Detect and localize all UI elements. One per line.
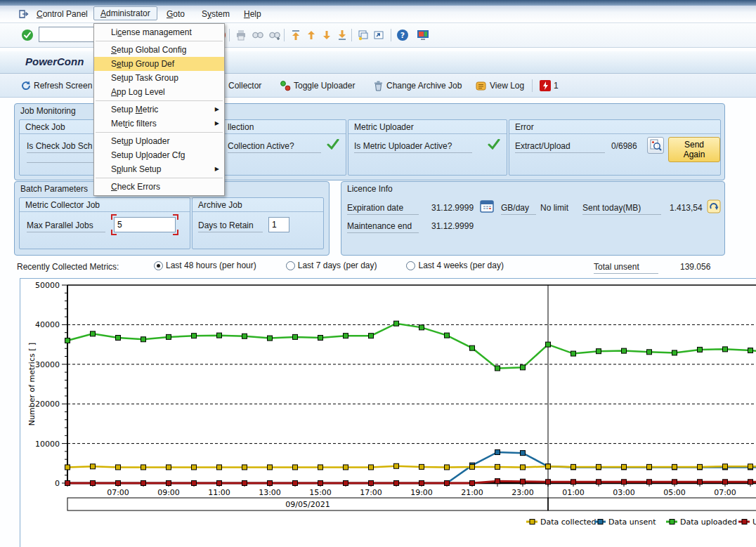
metrics-chart: 0100002000030000400005000007:0009:0011:0… xyxy=(20,279,756,547)
expiration-date-value: 31.12.9999 xyxy=(431,203,474,213)
menu-separator xyxy=(96,178,223,178)
svg-text:Number of metrics [ ]: Number of metrics [ ] xyxy=(27,343,37,426)
change-archive-job-button[interactable]: Change Archive Job xyxy=(372,79,462,92)
menu-separator xyxy=(96,41,223,41)
svg-text:05:00: 05:00 xyxy=(663,488,686,497)
uploader-active-label: Is Metric Uploader Active? xyxy=(354,141,472,153)
days-to-retain-input[interactable] xyxy=(268,217,289,232)
radio-label: Last 7 days (per day) xyxy=(298,261,377,270)
trash-icon xyxy=(372,80,384,91)
svg-text:07:00: 07:00 xyxy=(714,488,736,497)
customize-layout-icon[interactable] xyxy=(416,29,429,41)
svg-text:50000: 50000 xyxy=(35,281,60,290)
menu-bar: Control PanelAdministratorGotoSystemHelp xyxy=(0,6,756,23)
group-title: Job Monitoring xyxy=(20,106,76,116)
menu-control-panel[interactable]: Control Panel xyxy=(34,8,91,20)
administrator-menu: License managementSetup Global ConfigSet… xyxy=(93,23,225,196)
extract-upload-value: 0/6986 xyxy=(611,141,637,151)
first-page-icon[interactable] xyxy=(289,29,302,41)
refresh-sent-icon[interactable] xyxy=(707,199,721,216)
maintenance-end-value: 31.12.9999 xyxy=(431,221,474,231)
menu-item-app-log-level[interactable]: App Log Level xyxy=(94,85,224,99)
radio-last-4-weeks-per-day[interactable]: Last 4 weeks (per day) xyxy=(406,261,503,270)
cursor-corner xyxy=(173,214,178,220)
sap-window: Control PanelAdministratorGotoSystemHelp xyxy=(0,0,756,547)
show-error-details-button[interactable] xyxy=(647,137,664,154)
group-title: Licence Info xyxy=(347,184,393,194)
svg-text:Data uploaded: Data uploaded xyxy=(680,518,737,527)
menu-system[interactable]: System xyxy=(199,8,233,20)
send-again-button[interactable]: Send Again xyxy=(668,137,720,162)
view-log-button[interactable]: View Log xyxy=(475,79,524,92)
radio-last-48-hours-per-hour[interactable]: Last 48 hours (per hour) xyxy=(154,261,256,270)
menu-item-license-management[interactable]: License management xyxy=(94,25,224,39)
error-badge[interactable]: 1 xyxy=(540,79,559,92)
svg-text:30000: 30000 xyxy=(35,360,60,369)
radio-icon xyxy=(406,261,415,270)
toggle-uploader-button[interactable]: Toggle Uploader xyxy=(280,79,355,92)
menu-item-metric-filters[interactable]: Metric filters▶ xyxy=(94,117,224,131)
toolbar-separator xyxy=(229,29,230,41)
radio-icon xyxy=(154,261,163,270)
menu-separator xyxy=(96,100,223,101)
panel-title: Metric Uploader xyxy=(348,120,507,134)
menu-item-setup-group-def[interactable]: Setup Group Def xyxy=(94,57,224,71)
metric-collector-job-panel: Metric Collector Job Max Parallel Jobs xyxy=(19,197,190,249)
submenu-arrow-icon: ▶ xyxy=(215,103,219,117)
log-scroll-icon xyxy=(475,80,487,91)
total-unsent-label: Total unsent xyxy=(594,262,658,274)
last-page-icon[interactable] xyxy=(336,29,348,41)
next-page-icon[interactable] xyxy=(320,29,333,41)
previous-page-icon[interactable] xyxy=(305,29,318,41)
page-title: PowerConn xyxy=(25,55,84,67)
green-check-icon xyxy=(488,139,500,152)
date-picker-icon[interactable] xyxy=(480,199,494,216)
toggle-icon xyxy=(280,80,291,91)
refresh-screen-button[interactable]: Refresh Screen xyxy=(20,79,92,92)
menu-item-setup-task-group[interactable]: Setup Task Group xyxy=(94,71,224,85)
error-panel: Error Extract/Upload 0/6986 Send Again xyxy=(509,119,721,176)
window-top-strip xyxy=(0,0,756,6)
print-icon[interactable] xyxy=(235,29,247,41)
svg-text:Data unsent: Data unsent xyxy=(608,518,656,527)
toolbar-separator xyxy=(284,29,285,41)
menu-separator xyxy=(96,132,223,133)
menu-item-setup-global-config[interactable]: Setup Global Config xyxy=(94,43,224,57)
toolbar-separator xyxy=(532,79,533,92)
exit-icon[interactable] xyxy=(18,9,30,21)
svg-text:0: 0 xyxy=(55,479,60,488)
menu-item-splunk-setup[interactable]: Splunk Setup▶ xyxy=(94,162,224,176)
svg-text:09/05/2021: 09/05/2021 xyxy=(285,500,330,509)
help-icon[interactable]: ? xyxy=(396,29,409,41)
svg-text:10000: 10000 xyxy=(35,440,60,449)
max-parallel-jobs-label: Max Parallel Jobs xyxy=(27,220,105,232)
svg-text:11:00: 11:00 xyxy=(208,488,230,497)
menu-item-check-errors[interactable]: Check Errors xyxy=(94,180,224,194)
max-parallel-jobs-input[interactable] xyxy=(114,217,176,232)
create-shortcut-icon[interactable] xyxy=(372,29,385,41)
radio-last-7-days-per-day[interactable]: Last 7 days (per day) xyxy=(286,261,377,270)
metrics-period-options: Last 48 hours (per hour)Last 7 days (per… xyxy=(154,261,533,272)
menu-administrator[interactable]: Administrator xyxy=(93,6,157,20)
group-title: Batch Parameters xyxy=(20,184,88,194)
find-icon[interactable] xyxy=(252,29,264,41)
new-session-icon[interactable] xyxy=(357,29,370,41)
metric-uploader-panel: Metric Uploader Is Metric Uploader Activ… xyxy=(348,119,507,176)
expiration-date-label: Expiration date xyxy=(347,203,419,215)
menu-item-setup-uploader[interactable]: Setup Uploader xyxy=(94,134,224,148)
menu-item-setup-metric[interactable]: Setup Metric▶ xyxy=(94,103,224,117)
toggle-collector-button[interactable]: Collector xyxy=(228,79,261,92)
svg-text:01:00: 01:00 xyxy=(562,488,585,497)
menu-help[interactable]: Help xyxy=(241,8,264,20)
svg-text:17:00: 17:00 xyxy=(360,488,382,497)
svg-text:07:00: 07:00 xyxy=(107,488,129,497)
svg-text:20000: 20000 xyxy=(35,400,60,409)
licence-info-group: Licence Info Expiration date 31.12.9999 … xyxy=(341,181,725,256)
archive-job-panel: Archive Job Days to Retain xyxy=(192,197,324,249)
svg-text:40000: 40000 xyxy=(35,320,60,329)
menu-item-setup-uploader-cfg[interactable]: Setup Uploader Cfg xyxy=(94,148,224,162)
green-check-icon xyxy=(327,139,339,152)
enter-icon[interactable] xyxy=(21,29,34,41)
menu-goto[interactable]: Goto xyxy=(164,8,188,20)
find-next-icon[interactable] xyxy=(268,29,281,41)
